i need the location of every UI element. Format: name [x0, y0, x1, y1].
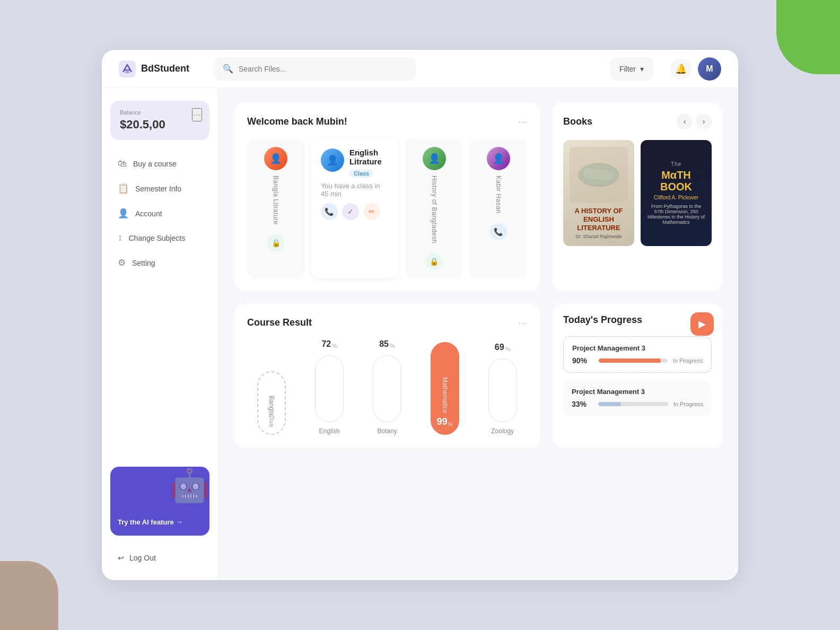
bar-value-english: 72	[321, 339, 331, 349]
bar-label-botany: Botany	[377, 427, 397, 435]
books-next-button[interactable]: ›	[696, 113, 712, 129]
english-icons: 📞 ✓ ✏	[321, 203, 389, 220]
balance-more-button[interactable]: ···	[192, 108, 202, 121]
bar-value-bangla: Due	[268, 415, 275, 427]
sidebar-item-account[interactable]: 👤 Account	[110, 202, 209, 225]
history-icons: 🔒	[426, 253, 443, 270]
bar-unit-botany: %	[390, 343, 395, 349]
book1-title: A History Of English Literature	[570, 207, 628, 232]
progress-header: Today's Progress	[563, 314, 712, 326]
play-icon: ▶	[698, 318, 706, 330]
bar-chart: Bangla Due 72 % English	[247, 339, 527, 435]
bottom-row: Course Result ··· Bangla Due	[234, 304, 722, 448]
avatar: M	[698, 57, 721, 81]
bar-pill-zoology	[488, 358, 517, 422]
progress-status-1: In Progress	[673, 357, 703, 364]
filter-button[interactable]: Filter ▾	[610, 57, 653, 81]
sidebar-item-change-subjects[interactable]: ↕ Change Subjects	[110, 227, 209, 249]
subject-name-history: History of Bangladesh	[431, 176, 438, 243]
book1-author: Dr. Sharad Rajimwale	[575, 234, 622, 239]
welcome-more-button[interactable]: ···	[518, 116, 527, 128]
progress-bar-fill-1	[599, 358, 661, 363]
book-cover-2[interactable]: The MαTHBOOK Clifford A. Pickover From P…	[641, 140, 712, 246]
bar-pill-botany	[373, 355, 401, 422]
top-row: Welcome back Mubin! ··· 👤 Bangla Litratu…	[234, 103, 722, 291]
bar-value-zoology: 69	[495, 343, 504, 352]
welcome-header: Welcome back Mubin! ···	[247, 116, 527, 128]
sidebar-item-setting[interactable]: ⚙ Setting	[110, 251, 209, 274]
sidebar-item-label: Semester Info	[135, 185, 181, 193]
avatar-kabir: 👤	[487, 147, 510, 170]
progress-bar-bg-1	[599, 358, 668, 363]
avatar-english: 👤	[321, 148, 344, 172]
bar-label-english: English	[319, 427, 340, 435]
kabir-icons: 📞	[490, 223, 507, 240]
logout-button[interactable]: ↩ Log Out	[110, 548, 209, 567]
sidebar: Balance $20.5,00 ··· 🛍 Buy a course 📋 Se…	[102, 88, 218, 580]
history-lock-button[interactable]: 🔒	[426, 253, 443, 270]
sidebar-item-semester-info[interactable]: 📋 Semester Info	[110, 177, 209, 200]
books-nav-arrows: ‹ ›	[677, 113, 712, 129]
bar-english: 72 % English	[305, 339, 354, 435]
ai-banner-text: Try the AI feature →	[118, 518, 202, 526]
books-prev-button[interactable]: ‹	[677, 113, 693, 129]
progress-item-1: Project Management 3 90% In Progress	[563, 336, 712, 373]
avatar-bangla: 👤	[264, 147, 287, 170]
ai-feature-banner[interactable]: 🤖 Try the AI feature →	[110, 467, 209, 536]
class-info: You have a class in 45 min	[321, 182, 389, 198]
shopping-icon: 🛍	[118, 159, 127, 169]
search-input[interactable]	[239, 65, 407, 73]
balance-amount: $20.5,00	[120, 118, 200, 132]
bg-decoration-brown	[0, 561, 58, 630]
avatar-initials: M	[706, 64, 713, 74]
book-cover-1[interactable]: A History Of English Literature Dr. Shar…	[563, 140, 634, 246]
bar-unit-mathematics: %	[448, 421, 453, 427]
progress-status-2: In Progress	[673, 401, 703, 407]
body-area: Balance $20.5,00 ··· 🛍 Buy a course 📋 Se…	[102, 88, 738, 580]
course-result-more-button[interactable]: ···	[518, 317, 527, 329]
bar-mathematics: Mathematics 99 %	[420, 339, 469, 435]
subject-card-kabir[interactable]: 👤 Kabir Hasan 📞	[469, 138, 527, 278]
english-check-button[interactable]: ✓	[342, 203, 359, 220]
english-phone-button[interactable]: 📞	[321, 203, 338, 220]
gear-icon: ⚙	[118, 257, 126, 268]
notification-button[interactable]: 🔔	[670, 58, 692, 80]
subject-card-english[interactable]: 👤 English Litrature Class You have a cla…	[311, 138, 399, 278]
search-bar[interactable]: 🔍	[214, 57, 416, 81]
course-result-title: Course Result	[247, 317, 312, 328]
bar-botany: 85 % Botany	[363, 339, 412, 435]
bar-pill-english	[315, 355, 344, 422]
books-header: Books ‹ ›	[563, 113, 712, 129]
logout-label: Log Out	[129, 554, 156, 562]
bangla-lock-button[interactable]: 🔒	[267, 234, 284, 251]
book-icon: 📋	[118, 183, 129, 194]
book2-title: MαTHBOOK	[660, 169, 692, 192]
logo-area: BdStudent	[119, 60, 204, 77]
user-avatar-button[interactable]: M	[698, 57, 721, 81]
sidebar-item-label: Account	[135, 209, 162, 218]
english-edit-button[interactable]: ✏	[363, 203, 380, 220]
svg-rect-0	[119, 60, 136, 77]
header: BdStudent 🔍 Filter ▾ 🔔 M	[102, 50, 738, 88]
book2-inner: The MαTHBOOK Clifford A. Pickover From P…	[641, 140, 712, 246]
play-button[interactable]: ▶	[690, 312, 714, 336]
kabir-phone-button[interactable]: 📞	[490, 223, 507, 240]
progress-bar-row-2: 33% In Progress	[572, 400, 703, 408]
balance-label: Balance	[120, 109, 200, 116]
bar-pill-mathematics: Mathematics 99 %	[431, 342, 459, 435]
progress-title-1: Project Management 3	[572, 344, 703, 352]
progress-pct-1: 90%	[572, 356, 593, 365]
app-name: BdStudent	[141, 63, 189, 74]
bar-label-zoology: Zoology	[491, 427, 514, 435]
sidebar-item-label: Change Subjects	[129, 234, 186, 242]
bar-label-mathematics: Mathematics	[441, 377, 449, 413]
main-content: Welcome back Mubin! ··· 👤 Bangla Litratu…	[218, 88, 738, 580]
subject-card-history[interactable]: 👤 History of Bangladesh 🔒	[405, 138, 463, 278]
subject-card-bangla[interactable]: 👤 Bangla Litrature 🔒	[247, 138, 305, 278]
welcome-section: Welcome back Mubin! ··· 👤 Bangla Litratu…	[234, 103, 540, 291]
sidebar-item-buy-course[interactable]: 🛍 Buy a course	[110, 153, 209, 175]
progress-item-2: Project Management 3 33% In Progress	[563, 380, 712, 416]
bell-icon: 🔔	[675, 63, 687, 75]
course-result-section: Course Result ··· Bangla Due	[234, 304, 540, 448]
avatar-history: 👤	[423, 147, 446, 170]
